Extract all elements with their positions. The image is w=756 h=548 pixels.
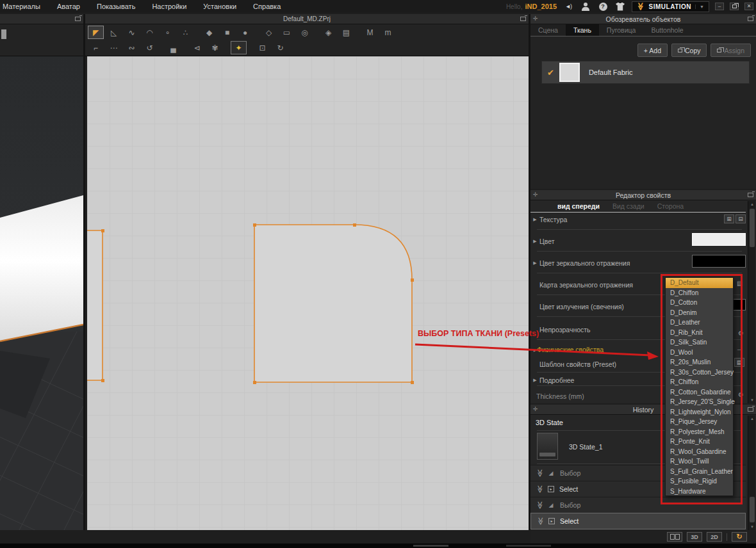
- simulation-button[interactable]: ≫ SIMULATION ▼: [632, 1, 709, 12]
- map-box-icon[interactable]: ▤: [737, 280, 743, 287]
- view-2d-button[interactable]: 2D: [707, 532, 722, 542]
- menu-help[interactable]: Справка: [245, 0, 289, 13]
- rectangle-tool[interactable]: ■: [219, 26, 235, 39]
- menu-settings[interactable]: Настройки: [144, 0, 195, 13]
- split-view-button[interactable]: [667, 532, 682, 542]
- box-select-tool[interactable]: ⊡: [254, 41, 270, 54]
- preset-option[interactable]: R_Wool_Twill: [666, 456, 733, 467]
- shirt-plus-icon[interactable]: [614, 2, 626, 11]
- scroll-down-icon[interactable]: ▼: [748, 397, 756, 403]
- internal-circle-tool[interactable]: ◎: [297, 26, 313, 39]
- scroll-up-icon[interactable]: ▲: [748, 415, 756, 422]
- expand-arrow-icon[interactable]: ▶: [530, 261, 539, 266]
- add-segment-point-tool[interactable]: ∴: [177, 26, 193, 39]
- assign-button[interactable]: Assign: [711, 44, 751, 57]
- preset-option-selected[interactable]: D_Default: [666, 278, 733, 288]
- preset-option[interactable]: S_Fusible_Rigid: [666, 476, 733, 487]
- preset-option[interactable]: R_Pique_Jersey: [666, 417, 733, 427]
- preset-option[interactable]: S_Hardware: [666, 487, 733, 497]
- copy-button[interactable]: Copy: [671, 44, 707, 57]
- restore-button[interactable]: [730, 3, 739, 10]
- expand-arrow-icon[interactable]: ▶: [530, 378, 539, 383]
- specular-color-swatch[interactable]: [692, 255, 746, 268]
- history-scrollbar[interactable]: ▲ ▼: [748, 415, 755, 530]
- help-icon[interactable]: ?: [597, 2, 609, 11]
- add-point-tool[interactable]: ∘: [160, 26, 176, 39]
- gear-icon[interactable]: ⚙: [738, 391, 744, 398]
- simulation-caret-icon[interactable]: ▼: [695, 4, 704, 9]
- preset-option[interactable]: R_Chiffon: [666, 377, 733, 387]
- scroll-thumb[interactable]: [750, 497, 755, 522]
- preset-option[interactable]: R_Lightweight_Nylon: [666, 407, 733, 417]
- expand-chevron-icon[interactable]: ≫: [536, 483, 545, 495]
- preset-option[interactable]: D_Cotton: [666, 298, 733, 308]
- collapsed-toolbar-icon[interactable]: [1, 29, 6, 39]
- preset-option[interactable]: R_Jersey_20'S_Single: [666, 397, 733, 407]
- menu-materials[interactable]: Материалы: [0, 0, 49, 13]
- preset-option[interactable]: D_Wool: [666, 348, 733, 358]
- view-3d-button[interactable]: 3D: [687, 532, 702, 542]
- pattern-window-titlebar[interactable]: Default_MD.ZPrj: [85, 14, 529, 24]
- state-name[interactable]: 3D State_1: [569, 443, 603, 451]
- polygon-tool[interactable]: ◆: [201, 26, 217, 39]
- color-swatch[interactable]: [692, 233, 746, 246]
- tab-buttonhole[interactable]: Buttonhole: [643, 24, 691, 36]
- preset-option[interactable]: D_Rib_Knit: [666, 328, 733, 338]
- float-window-icon[interactable]: [748, 407, 753, 412]
- trace-tool[interactable]: ▤: [338, 26, 354, 39]
- segment-sewing-tool[interactable]: ⌐: [88, 41, 104, 54]
- scroll-thumb[interactable]: [750, 209, 755, 247]
- pin-icon[interactable]: ✛: [533, 15, 538, 22]
- menu-avatar[interactable]: Аватар: [49, 0, 88, 13]
- sync-icon[interactable]: ↻: [732, 532, 747, 542]
- viewport-3d-titlebar[interactable]: [0, 14, 83, 24]
- float-window-icon[interactable]: [75, 17, 81, 21]
- close-button[interactable]: ✕: [744, 3, 753, 10]
- fabric-list-item[interactable]: ✔ Default Fabric: [541, 61, 750, 84]
- edit-pattern-tool[interactable]: ◺: [106, 26, 122, 39]
- float-window-icon[interactable]: [748, 193, 753, 197]
- preset-option[interactable]: R_Wool_Gabardine: [666, 447, 733, 457]
- preset-option[interactable]: D_Denim: [666, 308, 733, 318]
- history-row-select-active[interactable]: ≫ ▸ Select: [530, 513, 746, 529]
- float-window-icon[interactable]: [520, 17, 526, 21]
- pleat-sew-tool[interactable]: m: [380, 26, 396, 39]
- texture-box-button[interactable]: ⊟: [735, 214, 746, 223]
- edit-curve-point-tool[interactable]: ◠: [142, 26, 158, 39]
- object-browser-header[interactable]: ✛ Обозреватель объектов: [530, 14, 756, 24]
- pin-icon[interactable]: ✛: [533, 406, 538, 412]
- preset-option[interactable]: R_20s_Muslin: [666, 357, 733, 367]
- expand-chevron-icon[interactable]: ≫: [536, 467, 545, 479]
- preset-option[interactable]: D_Leather: [666, 318, 733, 328]
- viewport-2d-pattern[interactable]: [87, 56, 529, 530]
- emission-color-swatch[interactable]: [732, 299, 746, 310]
- internal-rectangle-tool[interactable]: ▭: [279, 26, 295, 39]
- edit-curvature-tool[interactable]: ∿: [124, 26, 140, 39]
- tab-fabric[interactable]: Ткань: [566, 24, 599, 36]
- tab-button[interactable]: Пуговица: [599, 24, 644, 36]
- state-thumbnail[interactable]: [537, 433, 558, 460]
- tab-scene[interactable]: Сцена: [530, 24, 566, 36]
- preset-box-icon[interactable]: ▤: [734, 358, 744, 367]
- preset-option[interactable]: D_Silk_Satin: [666, 337, 733, 348]
- tab-back-view[interactable]: Вид сзади: [606, 202, 651, 212]
- box-rotate-tool[interactable]: ↻: [272, 41, 288, 54]
- transform-pattern-tool[interactable]: ◤: [88, 26, 104, 39]
- viewport-3d[interactable]: [0, 56, 83, 530]
- expand-chevron-icon[interactable]: ≫: [536, 499, 545, 511]
- add-button[interactable]: + Add: [637, 44, 668, 57]
- preset-option[interactable]: S_Full_Grain_Leather: [666, 467, 733, 477]
- dart-tool[interactable]: ◈: [320, 26, 336, 39]
- iron-tool[interactable]: ▄: [165, 41, 181, 54]
- gear-icon[interactable]: ⚙: [738, 330, 744, 337]
- free-sewing-tool[interactable]: ⋯: [106, 41, 122, 54]
- property-scrollbar[interactable]: ▲ ▼: [748, 201, 755, 403]
- sound-icon[interactable]: ◄): [563, 2, 574, 11]
- history-row-select-pattern[interactable]: ≫ ◢ Выбор: [530, 497, 746, 513]
- preset-option[interactable]: R_30s_Cotton_Jersey: [666, 367, 733, 378]
- rotate-sewing-tool[interactable]: ↺: [142, 41, 158, 54]
- sparkle-tool[interactable]: ✦: [231, 41, 247, 54]
- minimize-button[interactable]: –: [715, 3, 724, 10]
- tab-front-view[interactable]: вид спереди: [551, 202, 606, 212]
- menu-preferences[interactable]: Установки: [195, 0, 245, 13]
